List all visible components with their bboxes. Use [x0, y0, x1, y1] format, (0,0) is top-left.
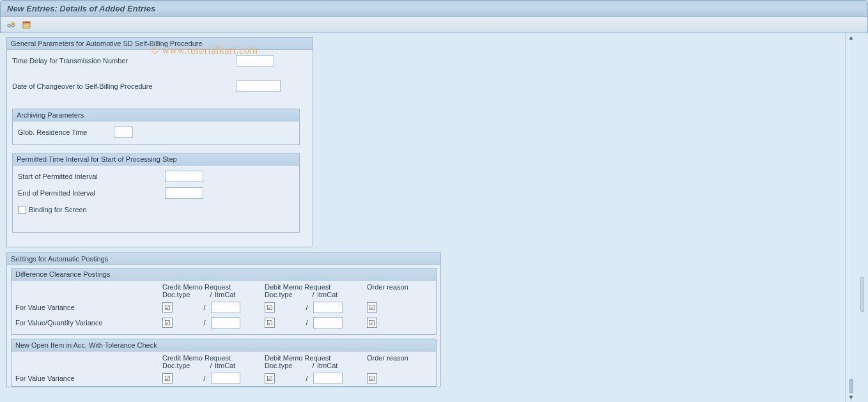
- time-delay-label: Time Delay for Transmission Number: [12, 57, 236, 65]
- col-credit-memo-2: Credit Memo Request Doc.type / ItmCat: [162, 354, 265, 369]
- col-credit-slash: /: [207, 291, 215, 298]
- diff-vv-debit-itm-input[interactable]: [313, 302, 343, 313]
- svg-point-0: [8, 24, 10, 26]
- col-debit-label: Debit Memo Request: [265, 283, 367, 291]
- col-debit-itmcat: ItmCat: [317, 291, 352, 298]
- end-interval-row: End of Permitted Interval: [18, 186, 294, 200]
- changeover-label: Date of Changeover to Self-Billing Proce…: [12, 82, 236, 90]
- automatic-postings-body: Difference Clearance Postings Credit Mem…: [7, 265, 440, 387]
- scroll-grip-icon[interactable]: [849, 379, 853, 393]
- col-credit-label: Credit Memo Request: [162, 283, 265, 291]
- title-bar: New Entries: Details of Added Entries: [0, 0, 868, 17]
- diff-vqv-debit-itm-input[interactable]: [313, 317, 343, 329]
- general-parameters-panel: General Parameters for Automotive SD Sel…: [6, 37, 313, 247]
- permitted-interval-sub-panel: Permitted Time Interval for Start of Pro…: [12, 153, 300, 233]
- glob-residence-label: Glob. Residence Time: [18, 128, 114, 136]
- binding-row: Binding for Screen: [18, 203, 294, 217]
- diff-value-variance-row: For Value Variance ☑ / ☑: [15, 300, 432, 315]
- col-credit-itmcat: ItmCat: [215, 291, 250, 298]
- col-credit-itmcat-2: ItmCat: [215, 362, 250, 369]
- glob-residence-row: Glob. Residence Time: [18, 125, 294, 139]
- col-credit-memo: Credit Memo Request Doc.type / ItmCat: [162, 283, 265, 298]
- slash: /: [300, 304, 313, 311]
- open-vv-credit-itm-input[interactable]: [211, 373, 240, 384]
- svg-rect-5: [23, 22, 30, 24]
- diff-vv-order[interactable]: ☑: [367, 302, 377, 313]
- slash: /: [198, 319, 211, 327]
- col-credit-slash-2: /: [207, 362, 215, 369]
- col-debit-memo-2: Debit Memo Request Doc.type / ItmCat: [265, 354, 367, 369]
- general-parameters-body: Time Delay for Transmission Number Date …: [7, 50, 313, 247]
- main-content: © www.tutorialkart.com General Parameter…: [0, 33, 845, 402]
- toolbar: [0, 17, 868, 33]
- scroll-up-arrow[interactable]: ▲: [848, 35, 855, 41]
- col-credit-doctype-2: Doc.type: [162, 362, 207, 369]
- col-order-reason: Order reason: [367, 283, 424, 298]
- diff-vqv-debit-doc[interactable]: ☑: [265, 318, 275, 328]
- permitted-body: Start of Permitted Interval End of Permi…: [13, 166, 299, 232]
- toggle-edit-button[interactable]: [6, 19, 17, 31]
- open-item-body: Credit Memo Request Doc.type / ItmCat De…: [12, 352, 436, 386]
- diff-clearance-header: Difference Clearance Postings: [12, 268, 436, 281]
- open-vv-debit-doc[interactable]: ☑: [265, 373, 275, 383]
- diff-vqv-label: For Value/Quantity Variance: [15, 319, 162, 327]
- glob-residence-input[interactable]: [114, 127, 133, 138]
- col-debit-slash-2: /: [309, 362, 317, 369]
- diff-column-headers: Credit Memo Request Doc.type / ItmCat De…: [162, 283, 432, 298]
- col-credit-doctype: Doc.type: [162, 291, 207, 298]
- diff-clearance-body: Credit Memo Request Doc.type / ItmCat De…: [12, 281, 436, 334]
- diff-vqv-order[interactable]: ☑: [367, 318, 377, 328]
- end-interval-input[interactable]: [165, 187, 203, 199]
- open-vv-debit-itm-input[interactable]: [313, 373, 343, 384]
- open-vv-order[interactable]: ☑: [367, 373, 377, 383]
- right-gutter: [856, 33, 868, 402]
- diff-vqv-credit-doc[interactable]: ☑: [162, 318, 173, 328]
- automatic-postings-panel: Settings for Automatic Postings Differen…: [6, 252, 441, 387]
- diff-vqv-credit-itm-input[interactable]: [211, 317, 240, 329]
- time-delay-input[interactable]: [236, 55, 274, 66]
- open-item-panel: New Open Item in Acc. With Tolerance Che…: [11, 339, 437, 387]
- diff-vv-credit-itm-input[interactable]: [211, 302, 240, 313]
- open-column-headers: Credit Memo Request Doc.type / ItmCat De…: [162, 354, 432, 369]
- table-icon: [22, 20, 32, 30]
- col-order-reason-2: Order reason: [367, 354, 424, 369]
- delimit-button[interactable]: [21, 19, 33, 31]
- col-debit-memo: Debit Memo Request Doc.type / ItmCat: [265, 283, 367, 298]
- open-value-variance-row: For Value Variance ☑ / ☑: [15, 371, 432, 386]
- slash: /: [300, 319, 313, 327]
- end-interval-label: End of Permitted Interval: [18, 189, 165, 197]
- glasses-pencil-icon: [6, 20, 17, 30]
- slash: /: [198, 375, 211, 382]
- col-debit-doctype: Doc.type: [265, 291, 309, 298]
- col-order-label-2: Order reason: [367, 354, 424, 362]
- slash: /: [198, 304, 211, 311]
- scroll-down-arrow[interactable]: ▼: [848, 394, 855, 401]
- diff-vv-debit-doc[interactable]: ☑: [265, 302, 275, 313]
- binding-label: Binding for Screen: [29, 206, 87, 213]
- open-vv-credit-doc[interactable]: ☑: [162, 373, 173, 383]
- slash: /: [300, 375, 313, 382]
- gutter-handle-icon[interactable]: [860, 277, 864, 312]
- col-credit-label-2: Credit Memo Request: [162, 354, 265, 362]
- general-parameters-header: General Parameters for Automotive SD Sel…: [7, 38, 313, 50]
- col-debit-label-2: Debit Memo Request: [265, 354, 367, 362]
- archiving-body: Glob. Residence Time: [13, 121, 299, 144]
- time-delay-row: Time Delay for Transmission Number: [12, 54, 307, 68]
- archiving-header: Archiving Parameters: [13, 109, 299, 121]
- changeover-input[interactable]: [236, 81, 281, 92]
- permitted-header: Permitted Time Interval for Start of Pro…: [13, 153, 299, 166]
- start-interval-input[interactable]: [165, 171, 203, 182]
- binding-checkbox[interactable]: [18, 206, 26, 214]
- automatic-postings-header: Settings for Automatic Postings: [7, 253, 440, 265]
- open-vv-label: For Value Variance: [15, 375, 162, 382]
- diff-value-qty-variance-row: For Value/Quantity Variance ☑ / ☑: [15, 315, 432, 330]
- changeover-row: Date of Changeover to Self-Billing Proce…: [12, 79, 307, 93]
- start-interval-row: Start of Permitted Interval: [18, 169, 294, 183]
- open-item-header: New Open Item in Acc. With Tolerance Che…: [12, 339, 436, 352]
- diff-clearance-panel: Difference Clearance Postings Credit Mem…: [11, 268, 437, 335]
- col-debit-slash: /: [309, 291, 317, 298]
- diff-vv-credit-doc[interactable]: ☑: [162, 302, 173, 313]
- page-title: New Entries: Details of Added Entries: [7, 4, 155, 13]
- vertical-scrollbar[interactable]: ▲ ▼: [845, 33, 856, 402]
- window: New Entries: Details of Added Entries © …: [0, 0, 868, 402]
